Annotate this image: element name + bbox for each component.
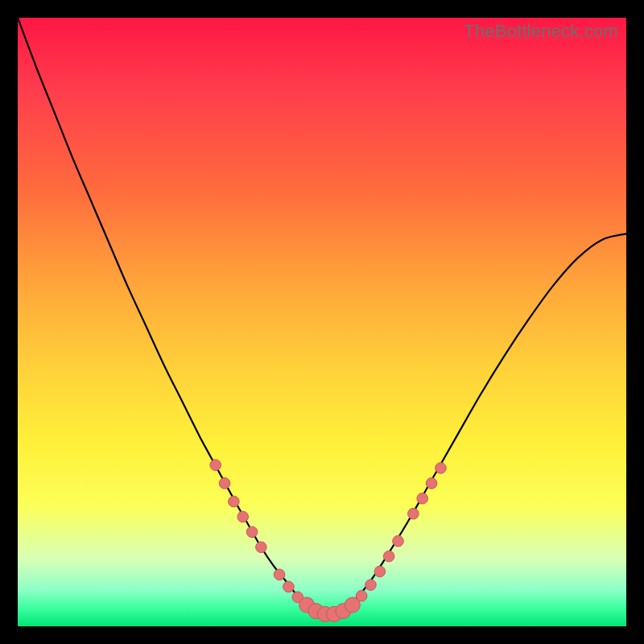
data-marker [417,493,428,504]
data-marker [237,511,249,522]
marker-layer [210,460,446,622]
chart-plot-area: TheBottleneck.com [18,18,626,626]
data-marker [408,508,419,519]
curve-layer [18,18,626,615]
chart-svg [18,18,626,626]
bottleneck-curve [18,18,626,615]
data-marker [246,526,258,538]
chart-stage: TheBottleneck.com [0,0,644,644]
data-marker [274,569,285,580]
data-marker [356,590,367,601]
data-marker [393,535,404,547]
data-marker [283,581,295,592]
data-marker [436,463,447,474]
data-marker [229,496,240,507]
data-marker [426,478,437,489]
data-marker [383,551,394,562]
data-marker [365,580,377,591]
data-marker [256,542,267,553]
data-marker [374,566,386,577]
data-marker [210,460,221,471]
data-marker [219,478,230,489]
